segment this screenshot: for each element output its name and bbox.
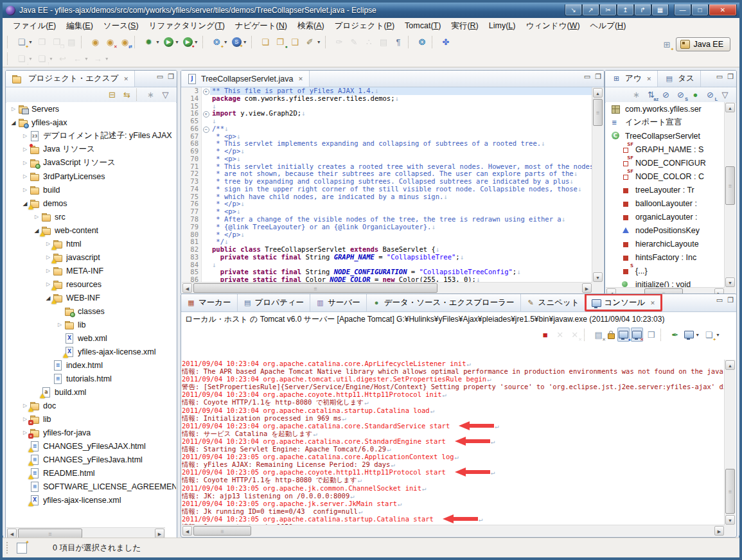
- minimize-view-icon[interactable]: ▭: [716, 73, 723, 80]
- tree-item[interactable]: ≡index.html: [6, 358, 176, 372]
- close-icon[interactable]: ✕: [647, 76, 652, 82]
- view-menu-button[interactable]: ▽: [718, 88, 732, 102]
- tree-item[interactable]: ≡CHANGES_yFilesAJAX.html: [6, 439, 176, 453]
- expand-arrow-icon[interactable]: ▷: [21, 173, 30, 179]
- hide-non-public-button[interactable]: ●: [689, 88, 702, 102]
- hide-local-types-button[interactable]: ⊘L: [703, 88, 717, 102]
- outline-item[interactable]: hintsFactory : Inc: [606, 250, 725, 264]
- dropdown-arrow-icon[interactable]: ▼: [28, 57, 33, 61]
- outline-item[interactable]: balloonLayouter :: [606, 197, 725, 210]
- search-button[interactable]: ✐▼: [303, 35, 322, 49]
- outline-vscrollbar[interactable]: ▲▼: [724, 102, 736, 288]
- new-service-wizard-button[interactable]: S✦▼: [231, 35, 249, 49]
- maximize-view-icon[interactable]: ❐: [727, 297, 734, 304]
- outline-item[interactable]: com.yworks.yfiles.ser: [606, 102, 725, 116]
- new-web-wizard-button[interactable]: ❂✦▼: [210, 35, 229, 49]
- titlebar-tool-6-icon[interactable]: ▦: [651, 4, 669, 16]
- focus-icon[interactable]: ∗: [630, 88, 643, 102]
- open-perspective-icon[interactable]: ⊞✦: [661, 39, 672, 50]
- new-button[interactable]: ❏✦▼: [15, 35, 34, 49]
- tab-outline[interactable]: ⊞ アウ ✕: [605, 71, 658, 87]
- outline-item[interactable]: hierarchicLayoute: [606, 237, 725, 250]
- editor-hscrollbar[interactable]: ◀▶: [182, 282, 592, 293]
- tomcat-restart-button[interactable]: ◉⇄: [118, 35, 132, 49]
- dropdown-arrow-icon[interactable]: ▼: [716, 333, 720, 337]
- view-menu-button[interactable]: ▽: [159, 88, 172, 102]
- tree-item[interactable]: ≡CHANGES_yFilesJava.html: [6, 453, 176, 466]
- minimize-view-icon[interactable]: ▭: [584, 73, 590, 80]
- outline-item[interactable]: CTreeCollapserServlet: [606, 129, 725, 143]
- tree-item[interactable]: ▷resources: [6, 277, 176, 291]
- tree-item[interactable]: ◢demos: [6, 197, 176, 210]
- code-line[interactable]: 16+import y.view.Graph2D;↓: [182, 110, 592, 118]
- close-button[interactable]: ✕: [709, 4, 737, 16]
- outline-item[interactable]: initialize() : void: [606, 277, 725, 288]
- code-line[interactable]: 65↓: [182, 118, 592, 125]
- tree-item[interactable]: ≡tutorials.html: [6, 372, 176, 385]
- code-line[interactable]: 66−/**↓: [182, 125, 592, 133]
- export-button[interactable]: ❑: [288, 35, 302, 49]
- dropdown-arrow-icon[interactable]: ▼: [224, 40, 228, 44]
- titlebar-tool-2-icon[interactable]: ↗: [582, 4, 599, 16]
- code-line[interactable]: 83 private static final String GRAPH_NAM…: [182, 254, 592, 261]
- tree-item[interactable]: ▷build: [6, 183, 176, 197]
- open-console-button[interactable]: ❏✦▼: [702, 328, 721, 342]
- tree-item[interactable]: ▷JavaScript リソース: [6, 156, 176, 170]
- tree-item[interactable]: ▷Servers: [6, 102, 176, 116]
- tomcat-stop-button[interactable]: ◉✕: [103, 35, 117, 49]
- dropdown-arrow-icon[interactable]: ▼: [155, 40, 160, 44]
- menu-item-s[interactable]: ソース(S): [98, 18, 144, 34]
- minimize-view-icon[interactable]: ▭: [716, 297, 723, 304]
- link-with-editor-button[interactable]: ⇆: [120, 88, 134, 102]
- maximize-view-icon[interactable]: ❐: [595, 73, 601, 80]
- web-browser-button[interactable]: ❂: [416, 35, 429, 49]
- tab-view[interactable]: ▥サーバー: [310, 294, 367, 311]
- tree-item[interactable]: ▷×lib: [6, 412, 176, 426]
- fold-toggle-icon[interactable]: −: [201, 125, 210, 133]
- code-line[interactable]: 69 * </p>↓: [182, 148, 592, 155]
- outline-item[interactable]: organicLayouter :: [606, 210, 725, 223]
- menu-item-p[interactable]: プロジェクト(P): [330, 18, 400, 34]
- expand-arrow-icon[interactable]: ▷: [44, 268, 53, 274]
- tab-treecollapserservlet-java[interactable]: J TreeCollapserServlet.java ✕: [181, 71, 310, 87]
- import-button[interactable]: ❐●: [274, 35, 287, 49]
- minimize-button[interactable]: —: [674, 4, 691, 16]
- maximize-button[interactable]: □: [691, 4, 709, 16]
- outline-item[interactable]: SFGRAPH_NAME : S: [606, 143, 725, 156]
- expand-arrow-icon[interactable]: ▷: [21, 146, 30, 152]
- minimize-view-icon[interactable]: ▭: [157, 73, 163, 80]
- outline-item[interactable]: SFNODE_COLOR : C: [606, 170, 725, 183]
- tree-item[interactable]: ▷javascript: [6, 250, 176, 264]
- menu-item-e[interactable]: 編集(E): [61, 18, 98, 34]
- sort-button[interactable]: ⇅az: [644, 88, 658, 102]
- tree-item[interactable]: ▷doc: [6, 399, 176, 412]
- scroll-lock-button[interactable]: [606, 328, 616, 342]
- fold-toggle-icon[interactable]: +: [201, 110, 210, 118]
- menu-item-a[interactable]: 検索(A): [292, 18, 330, 34]
- menu-item-r[interactable]: 実行(R): [446, 18, 483, 34]
- menu-item-f[interactable]: ファイル(F): [8, 18, 61, 34]
- expand-arrow-icon[interactable]: ▷: [21, 187, 30, 193]
- close-icon[interactable]: ✕: [123, 76, 128, 82]
- collapse-all-button[interactable]: ⊟: [105, 88, 119, 102]
- console-hscrollbar[interactable]: ◀▶: [182, 525, 725, 536]
- collapse-arrow-icon[interactable]: ◢: [9, 119, 18, 126]
- fold-toggle-icon[interactable]: +: [201, 87, 210, 95]
- tab-tasks[interactable]: ▤ タス: [658, 71, 701, 87]
- dropdown-arrow-icon[interactable]: ▼: [317, 40, 321, 44]
- code-line[interactable]: 76 * </p>↓: [182, 200, 592, 208]
- titlebar-tool-3-icon[interactable]: ✂: [599, 4, 617, 16]
- show-whitespace-button[interactable]: ¶: [392, 35, 405, 49]
- expand-arrow-icon[interactable]: ▷: [32, 214, 41, 220]
- menu-item-h[interactable]: ヘルプ(H): [585, 18, 632, 34]
- tab-view[interactable]: ▦マーカー: [181, 294, 238, 311]
- outline-item[interactable]: SFNODE_CONFIGUR: [606, 156, 725, 170]
- tree-item[interactable]: ◢yfiles-ajax: [6, 116, 176, 129]
- display-console-button[interactable]: ▼: [683, 328, 701, 342]
- menu-item-n[interactable]: ナビゲート(N): [230, 18, 292, 34]
- tree-item[interactable]: classes: [6, 304, 176, 318]
- clear-console-button[interactable]: ▤✕: [592, 328, 605, 342]
- run-button[interactable]: ▶▼: [163, 35, 181, 49]
- export-log-button[interactable]: ❒: [644, 328, 658, 342]
- tree-item[interactable]: ▷23デプロイメント記述子: yFiles AJAX: [6, 129, 176, 143]
